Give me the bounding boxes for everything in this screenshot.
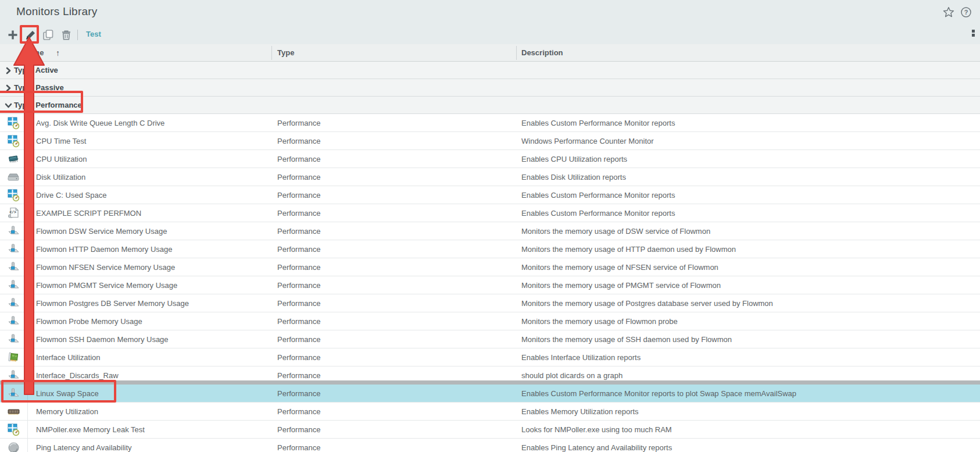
toolbar-divider bbox=[77, 30, 78, 40]
row-type: Performance bbox=[277, 222, 320, 240]
row-type: Performance bbox=[277, 403, 320, 421]
group-label: Type: Active bbox=[14, 62, 58, 79]
row-type: Performance bbox=[277, 114, 320, 132]
nic-icon bbox=[0, 348, 28, 366]
table-row-drive-c-used-space[interactable]: Drive C: Used SpacePerformanceEnables Cu… bbox=[0, 186, 980, 204]
column-header-type[interactable]: Type bbox=[277, 44, 294, 62]
table-row-avg-disk-write-queue-length-c-drive[interactable]: Avg. Disk Write Queue Length C DrivePerf… bbox=[0, 114, 980, 132]
table-row-flowmon-http-daemon-memory-usage[interactable]: Flowmon HTTP Daemon Memory UsagePerforma… bbox=[0, 240, 980, 258]
table-row-disk-utilization[interactable]: Disk UtilizationPerformanceEnables Disk … bbox=[0, 168, 980, 186]
table-row-cpu-utilization[interactable]: CPU UtilizationPerformanceEnables CPU Ut… bbox=[0, 150, 980, 168]
help-icon[interactable]: ? bbox=[960, 6, 972, 18]
row-name: Flowmon PMGMT Service Memory Usage bbox=[36, 276, 177, 294]
row-description: Enables Interface Utilization reports bbox=[521, 348, 641, 366]
edit-button[interactable] bbox=[23, 27, 38, 42]
pencil-icon bbox=[24, 29, 37, 41]
row-type: Performance bbox=[277, 348, 320, 366]
sort-ascending-icon: ↑ bbox=[56, 44, 60, 62]
row-name: Memory Utilization bbox=[36, 403, 98, 421]
row-description: Monitors the memory usage of NFSEN servi… bbox=[521, 258, 718, 276]
row-name: CPU Utilization bbox=[36, 150, 87, 168]
column-divider bbox=[516, 46, 517, 60]
row-description: Enables Ping Latency and Availability re… bbox=[521, 439, 672, 452]
network-tap-icon bbox=[0, 222, 28, 240]
network-tap-icon bbox=[0, 276, 28, 294]
network-tap-icon bbox=[0, 258, 28, 276]
monitors-library-page: Monitors Library ? bbox=[0, 0, 980, 452]
table-row-memory-utilization[interactable]: Memory UtilizationPerformanceEnables Mem… bbox=[0, 403, 980, 421]
selected-row-top-band bbox=[0, 380, 980, 385]
svg-text:?: ? bbox=[964, 9, 968, 16]
chevron-right-icon bbox=[5, 84, 12, 92]
table-row-ping-latency-and-availability[interactable]: Ping Latency and AvailabilityPerformance… bbox=[0, 439, 980, 452]
row-description: Enables Custom Performance Monitor repor… bbox=[521, 385, 796, 403]
table-row-example-script-perfmon[interactable]: </>EXAMPLE SCRIPT PERFMONPerformanceEnab… bbox=[0, 204, 980, 222]
ram-icon bbox=[0, 403, 28, 421]
favorite-star-icon[interactable] bbox=[943, 6, 954, 18]
column-header-description[interactable]: Description bbox=[521, 44, 563, 62]
table-row-flowmon-nfsen-service-memory-usage[interactable]: Flowmon NFSEN Service Memory UsagePerfor… bbox=[0, 258, 980, 276]
table-row-flowmon-pmgmt-service-memory-usage[interactable]: Flowmon PMGMT Service Memory UsagePerfor… bbox=[0, 276, 980, 294]
chevron-down-icon bbox=[5, 102, 12, 109]
windows-performance-icon bbox=[0, 421, 28, 439]
row-name: Drive C: Used Space bbox=[36, 186, 106, 204]
more-options-icon[interactable] bbox=[972, 29, 976, 38]
row-name: Flowmon DSW Service Memory Usage bbox=[36, 222, 167, 240]
row-type: Performance bbox=[277, 294, 320, 312]
row-name: Flowmon Probe Memory Usage bbox=[36, 312, 142, 330]
row-description: Looks for NMPoller.exe using too much RA… bbox=[521, 421, 672, 439]
network-tap-icon bbox=[0, 240, 28, 258]
table-row-cpu-time-test[interactable]: CPU Time TestPerformanceWindows Performa… bbox=[0, 132, 980, 150]
monitors-table: Name ↑ Type Description Type: ActiveType… bbox=[0, 44, 980, 452]
trash-icon bbox=[60, 29, 72, 41]
row-type: Performance bbox=[277, 330, 320, 348]
column-divider bbox=[271, 46, 272, 60]
network-tap-icon bbox=[0, 330, 28, 348]
cpu-icon bbox=[0, 150, 28, 168]
add-button[interactable] bbox=[5, 27, 20, 42]
row-name: Flowmon SSH Daemon Memory Usage bbox=[36, 330, 169, 348]
row-type: Performance bbox=[277, 132, 320, 150]
network-tap-icon bbox=[0, 312, 28, 330]
table-row-flowmon-probe-memory-usage[interactable]: Flowmon Probe Memory UsagePerformanceMon… bbox=[0, 312, 980, 330]
row-type: Performance bbox=[277, 258, 320, 276]
group-row-type-active[interactable]: Type: Active bbox=[0, 62, 980, 79]
table-row-flowmon-dsw-service-memory-usage[interactable]: Flowmon DSW Service Memory UsagePerforma… bbox=[0, 222, 980, 240]
row-type: Performance bbox=[277, 150, 320, 168]
row-name: EXAMPLE SCRIPT PERFMON bbox=[36, 204, 141, 222]
row-name: Ping Latency and Availability bbox=[36, 439, 132, 452]
row-description: Monitors the memory usage of DSW service… bbox=[521, 222, 710, 240]
group-row-type-passive[interactable]: Type: Passive bbox=[0, 79, 980, 97]
page-title: Monitors Library bbox=[16, 5, 97, 18]
row-description: Enables CPU Utilization reports bbox=[521, 150, 627, 168]
table-row-linux-swap-space[interactable]: Linux Swap SpacePerformanceEnables Custo… bbox=[0, 385, 980, 403]
row-description: Enables Memory Utilization reports bbox=[521, 403, 639, 421]
group-row-type-performance[interactable]: Type: Performance bbox=[0, 97, 980, 114]
row-description: Enables Custom Performance Monitor repor… bbox=[521, 204, 675, 222]
row-name: Flowmon NFSEN Service Memory Usage bbox=[36, 258, 175, 276]
windows-performance-icon bbox=[0, 132, 28, 150]
table-body: Type: ActiveType: PassiveType: Performan… bbox=[0, 62, 980, 452]
row-name: NMPoller.exe Memory Leak Test bbox=[36, 421, 145, 439]
row-name: Flowmon HTTP Daemon Memory Usage bbox=[36, 240, 173, 258]
copy-button[interactable] bbox=[41, 27, 56, 42]
table-header: Name ↑ Type Description bbox=[0, 44, 980, 62]
row-name: Avg. Disk Write Queue Length C Drive bbox=[36, 114, 164, 132]
row-type: Performance bbox=[277, 439, 320, 452]
test-link[interactable]: Test bbox=[86, 30, 101, 38]
svg-text:</>: </> bbox=[9, 211, 16, 215]
row-type: Performance bbox=[277, 186, 320, 204]
chevron-right-icon bbox=[5, 67, 12, 74]
network-tap-icon bbox=[0, 294, 28, 312]
row-type: Performance bbox=[277, 312, 320, 330]
row-type: Performance bbox=[277, 385, 320, 403]
delete-button[interactable] bbox=[59, 27, 74, 42]
table-row-flowmon-postgres-db-server-memory-usage[interactable]: Flowmon Postgres DB Server Memory UsageP… bbox=[0, 294, 980, 312]
column-header-name[interactable]: Name bbox=[23, 44, 44, 62]
row-description: Enables Custom Performance Monitor repor… bbox=[521, 186, 675, 204]
table-row-interface-utilization[interactable]: Interface UtilizationPerformanceEnables … bbox=[0, 348, 980, 366]
row-name: Linux Swap Space bbox=[36, 385, 99, 403]
table-row-flowmon-ssh-daemon-memory-usage[interactable]: Flowmon SSH Daemon Memory UsagePerforman… bbox=[0, 330, 980, 348]
script-icon: </> bbox=[0, 204, 28, 222]
table-row-nmpoller-exe-memory-leak-test[interactable]: NMPoller.exe Memory Leak TestPerformance… bbox=[0, 421, 980, 439]
